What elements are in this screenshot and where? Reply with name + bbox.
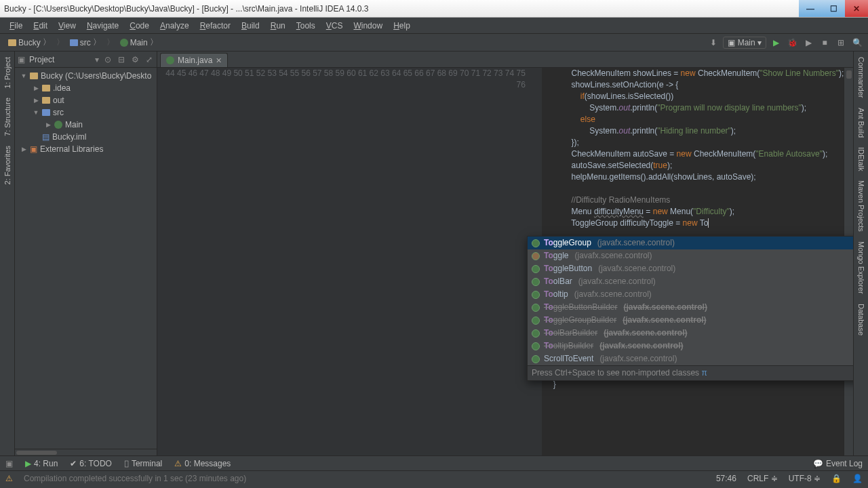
toolbar-icons: ⬇ ▣ Main ▾ ▶ 🐞 ▶ ■ ⊞ 🔍 bbox=[707, 36, 864, 49]
status-warn-icon[interactable]: ⚠ bbox=[5, 474, 13, 483]
menu-edit[interactable]: Edit bbox=[29, 20, 52, 32]
tree-item[interactable]: ▼src bbox=[18, 106, 154, 119]
right-tool-tabs: CommanderAnt BuildIDEtalkMaven ProjectsM… bbox=[853, 52, 868, 455]
window-close-button[interactable]: ✕ bbox=[845, 0, 868, 17]
menu-navigate[interactable]: Navigate bbox=[83, 20, 123, 32]
tree-item[interactable]: ▶.idea bbox=[18, 82, 154, 94]
window-titlebar: Bucky - [C:\Users\Bucky\Desktop\Bucky\Ja… bbox=[0, 0, 868, 18]
scroll-from-source-icon[interactable]: ⊙ bbox=[103, 55, 113, 64]
file-tab-label: Main.java bbox=[178, 56, 212, 65]
status-message: Compilation completed successfully in 1 … bbox=[24, 474, 246, 483]
project-panel: ▣ Project ▾ ⊙ ⊟ ⚙ ⤢ ▼Bucky (C:\Users\Buc… bbox=[15, 52, 157, 455]
menu-analyze[interactable]: Analyze bbox=[156, 20, 193, 32]
code-area[interactable]: 44 45 46 47 48 49 50 51 52 53 54 55 56 5… bbox=[157, 68, 853, 455]
completion-item[interactable]: ToolBar (javafx.scene.control) bbox=[528, 275, 853, 288]
window-title: Bucky - [C:\Users\Bucky\Desktop\Bucky\Ja… bbox=[4, 4, 369, 14]
messages-tool-button[interactable]: ⚠0: Messages bbox=[174, 459, 231, 468]
terminal-tool-button[interactable]: ⌷Terminal bbox=[124, 459, 162, 468]
menu-build[interactable]: Build bbox=[237, 20, 264, 32]
menu-vcs[interactable]: VCS bbox=[322, 20, 347, 32]
caret-position: 57:46 bbox=[716, 474, 736, 483]
completion-item[interactable]: TooltipBuilder (javafx.scene.control) bbox=[528, 340, 853, 352]
right-tab-database[interactable]: Database bbox=[856, 301, 867, 338]
hector-icon[interactable]: 👤 bbox=[852, 474, 863, 483]
run-config-select[interactable]: ▣ Main ▾ bbox=[723, 37, 766, 49]
run-tool-button[interactable]: ▶4: Run bbox=[25, 459, 58, 468]
right-tab-mavenprojects[interactable]: Maven Projects bbox=[856, 178, 867, 235]
completion-item[interactable]: Toggle (javafx.scene.control) bbox=[528, 249, 853, 262]
menubar: FileEditViewNavigateCodeAnalyzeRefactorB… bbox=[0, 18, 868, 34]
project-tree[interactable]: ▼Bucky (C:\Users\Bucky\Deskto▶.idea▶out▼… bbox=[15, 68, 157, 157]
breadcrumb-bucky[interactable]: Bucky〉 bbox=[4, 36, 55, 49]
menu-file[interactable]: File bbox=[5, 20, 26, 32]
menu-view[interactable]: View bbox=[54, 20, 80, 32]
editor-tabs: Main.java ✕ bbox=[157, 52, 853, 68]
tree-item[interactable]: ▤Bucky.iml bbox=[18, 131, 154, 143]
right-tab-antbuild[interactable]: Ant Build bbox=[856, 105, 867, 140]
project-panel-title: Project bbox=[29, 55, 91, 64]
tree-item[interactable]: ▼Bucky (C:\Users\Bucky\Deskto bbox=[18, 70, 154, 82]
breadcrumb: Bucky〉〉src〉〉Main〉 bbox=[4, 36, 162, 49]
coverage-icon[interactable]: ▶ bbox=[802, 36, 815, 49]
pi-icon: π bbox=[701, 368, 707, 378]
menu-code[interactable]: Code bbox=[125, 20, 153, 32]
statusbar: ⚠ Compilation completed successfully in … bbox=[0, 470, 868, 485]
editor: Main.java ✕ 44 45 46 47 48 49 50 51 52 5… bbox=[157, 52, 853, 455]
readonly-lock-icon[interactable]: 🔒 bbox=[831, 474, 842, 483]
tool-window-icon[interactable]: ▣ bbox=[5, 459, 13, 468]
completion-item[interactable]: ToggleGroup (javafx.scene.control) bbox=[528, 237, 853, 249]
breadcrumb-src[interactable]: src〉 bbox=[66, 36, 105, 49]
collapse-all-icon[interactable]: ⊟ bbox=[117, 55, 126, 64]
line-gutter: 44 45 46 47 48 49 50 51 52 53 54 55 56 5… bbox=[157, 68, 531, 455]
code-completion-popup[interactable]: ToggleGroup (javafx.scene.control)Toggle… bbox=[527, 236, 853, 381]
completion-hint: Press Ctrl+Space to see non-imported cla… bbox=[528, 365, 853, 380]
project-hscroll[interactable] bbox=[15, 449, 157, 455]
completion-item[interactable]: ToggleGroupBuilder (javafx.scene.control… bbox=[528, 314, 853, 327]
left-tool-tabs: 1: Project7: Structure2: Favorites bbox=[0, 52, 15, 455]
window-maximize-button[interactable]: ☐ bbox=[822, 0, 845, 17]
project-view-dropdown[interactable]: ▾ bbox=[95, 55, 99, 64]
workspace: 1: Project7: Structure2: Favorites ▣ Pro… bbox=[0, 52, 868, 455]
completion-item[interactable]: ToggleButton (javafx.scene.control) bbox=[528, 262, 853, 275]
right-tab-idetalk[interactable]: IDEtalk bbox=[856, 144, 867, 174]
completion-item[interactable]: ScrollToEvent (javafx.scene.control) bbox=[528, 352, 853, 365]
file-tab-main[interactable]: Main.java ✕ bbox=[160, 53, 228, 67]
run-icon[interactable]: ▶ bbox=[769, 36, 783, 49]
gear-icon[interactable]: ⚙ bbox=[130, 55, 140, 64]
menu-tools[interactable]: Tools bbox=[292, 20, 319, 32]
make-icon[interactable]: ⬇ bbox=[707, 36, 720, 49]
menu-help[interactable]: Help bbox=[389, 20, 414, 32]
left-tab-project[interactable]: 1: Project bbox=[2, 54, 13, 91]
window-minimize-button[interactable]: — bbox=[799, 0, 822, 17]
close-tab-icon[interactable]: ✕ bbox=[216, 56, 222, 65]
right-tab-mongoexplorer[interactable]: Mongo Explorer bbox=[856, 239, 867, 297]
nav-toolbar: Bucky〉〉src〉〉Main〉 ⬇ ▣ Main ▾ ▶ 🐞 ▶ ■ ⊞ 🔍 bbox=[0, 34, 868, 52]
completion-item[interactable]: ToolBarBuilder (javafx.scene.control) bbox=[528, 327, 853, 340]
breadcrumb-main[interactable]: Main〉 bbox=[116, 36, 162, 49]
tree-item[interactable]: ▶Main bbox=[18, 119, 154, 131]
right-tab-commander[interactable]: Commander bbox=[856, 54, 867, 101]
left-tab-favorites[interactable]: 2: Favorites bbox=[2, 143, 13, 187]
menu-window[interactable]: Window bbox=[349, 20, 387, 32]
tree-item[interactable]: ▶▣External Libraries bbox=[18, 143, 154, 155]
debug-icon[interactable]: 🐞 bbox=[785, 36, 799, 49]
line-separator[interactable]: CRLF ≑ bbox=[747, 474, 778, 483]
structure-icon[interactable]: ⊞ bbox=[834, 36, 848, 49]
java-icon bbox=[166, 56, 174, 64]
menu-run[interactable]: Run bbox=[267, 20, 290, 32]
menu-refactor[interactable]: Refactor bbox=[196, 20, 235, 32]
todo-tool-button[interactable]: ✔6: TODO bbox=[70, 459, 112, 468]
project-panel-header: ▣ Project ▾ ⊙ ⊟ ⚙ ⤢ bbox=[15, 52, 157, 68]
project-icon: ▣ bbox=[18, 55, 25, 64]
completion-item[interactable]: Tooltip (javafx.scene.control) bbox=[528, 288, 853, 301]
bottom-tool-buttons: ▣ ▶4: Run ✔6: TODO ⌷Terminal ⚠0: Message… bbox=[0, 455, 868, 470]
stop-icon[interactable]: ■ bbox=[818, 36, 831, 49]
hide-panel-icon[interactable]: ⤢ bbox=[144, 55, 154, 64]
tree-item[interactable]: ▶out bbox=[18, 94, 154, 106]
completion-item[interactable]: ToggleButtonBuilder (javafx.scene.contro… bbox=[528, 301, 853, 314]
window-controls: — ☐ ✕ bbox=[799, 0, 868, 17]
event-log-button[interactable]: 💬Event Log bbox=[813, 459, 863, 468]
search-icon[interactable]: 🔍 bbox=[850, 36, 864, 49]
file-encoding[interactable]: UTF-8 ≑ bbox=[789, 474, 821, 483]
left-tab-structure[interactable]: 7: Structure bbox=[2, 95, 13, 139]
